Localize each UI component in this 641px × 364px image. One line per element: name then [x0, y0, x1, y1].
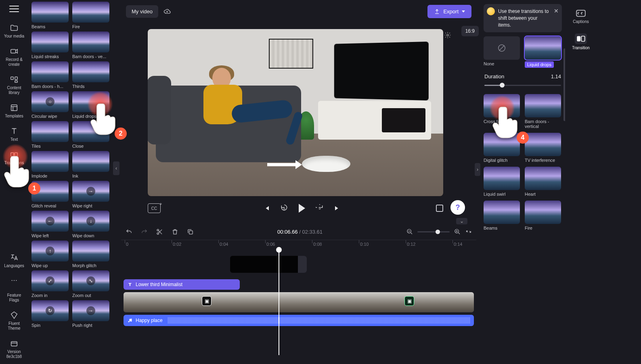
toggle-properties-panel[interactable]: ⌄	[456, 218, 467, 224]
captions-toggle[interactable]: CC	[148, 203, 161, 213]
play-button[interactable]	[298, 204, 306, 212]
library-item-zoom-in[interactable]: ⤢Zoom in	[31, 270, 69, 298]
right-rail: Captions Transition	[569, 0, 593, 364]
redo-icon[interactable]	[140, 228, 148, 235]
panel-transition-liquid-swirl[interactable]: Liquid swirl	[484, 167, 521, 197]
panel-transition-fire[interactable]: Fire	[525, 201, 562, 230]
video-preview[interactable]	[148, 29, 443, 196]
fullscreen-icon[interactable]	[436, 205, 443, 212]
transition-label: Liquid swirl	[484, 192, 521, 197]
transition-marker-2-selected[interactable]: ▣	[404, 296, 414, 306]
rail-templates[interactable]: Templates	[2, 100, 26, 123]
collapse-library-handle[interactable]: ‹	[113, 161, 119, 175]
library-item-fire[interactable]: Fire	[72, 2, 109, 29]
rail-record-create[interactable]: Record & create	[2, 44, 26, 72]
transition-selected-liquid-drops[interactable]: Liquid drops	[525, 36, 562, 68]
zoom-out-icon[interactable]	[406, 228, 413, 235]
duplicate-icon[interactable]	[186, 228, 194, 235]
library-item-label: Fire	[72, 24, 109, 29]
preview-settings-gear-icon[interactable]	[444, 31, 451, 39]
export-button[interactable]: Export	[427, 5, 471, 18]
zoom-fit-icon[interactable]	[465, 228, 472, 235]
skip-back-icon[interactable]	[262, 204, 270, 212]
rewind-5-icon[interactable]: 5	[280, 204, 288, 212]
timeline-ruler[interactable]: 00:020:040:060:080:100:120:14	[121, 240, 476, 250]
rail-captions[interactable]: Captions	[570, 6, 592, 28]
rail-transitions[interactable]: Transitions	[2, 147, 26, 170]
library-item-close[interactable]: Close	[72, 121, 109, 149]
panel-transition-tv-interference[interactable]: TV interference	[525, 133, 562, 163]
library-item-barn-doors-h-[interactable]: Barn doors - h...	[31, 61, 69, 89]
aspect-ratio-pill[interactable]: 16:9	[461, 26, 479, 36]
library-item-circular-wipe[interactable]: ○Circular wipe	[31, 91, 69, 119]
delete-icon[interactable]	[171, 228, 178, 235]
undo-icon[interactable]	[125, 228, 132, 235]
library-item-glitch-reveal[interactable]: Glitch reveal	[31, 181, 69, 208]
rail-content-library[interactable]: Content library	[2, 72, 26, 100]
ruler-tick: 0:10	[360, 242, 369, 247]
library-item-zoom-out[interactable]: ⤡Zoom out	[72, 270, 109, 298]
panel-transition-heart[interactable]: Heart	[525, 167, 562, 197]
library-item-morph-glitch[interactable]: Morph glitch	[72, 241, 109, 268]
rail-label: Feature Flags	[7, 293, 21, 302]
panel-transition-barn-doors-vertical[interactable]: Barn doors - vertical	[525, 94, 562, 129]
rail-text[interactable]: Text	[2, 123, 26, 147]
library-item-barn-doors-ve-[interactable]: Barn doors - ve...	[72, 31, 109, 59]
project-name-chip[interactable]: My video	[126, 5, 158, 18]
library-item-wipe-down[interactable]: ↓Wipe down	[72, 211, 109, 238]
rail-languages[interactable]: Languages	[2, 250, 26, 273]
panel-transition-beams[interactable]: Beams	[484, 201, 521, 230]
close-tip-icon[interactable]: ✕	[554, 7, 559, 15]
split-icon[interactable]	[156, 228, 163, 235]
library-item-beams[interactable]: Beams	[31, 2, 69, 29]
rail-version[interactable]: Version 8e3c1b8	[2, 336, 26, 364]
title-clip[interactable]: Lower third Minimalist	[124, 279, 240, 290]
svg-rect-17	[581, 36, 585, 42]
panel-transition-digital-glitch[interactable]: Digital glitch	[484, 133, 521, 163]
rail-label: Version 8e3c1b8	[6, 349, 22, 359]
library-item-thirds[interactable]: Thirds	[72, 61, 109, 89]
video-track[interactable]	[124, 292, 474, 312]
library-item-spin[interactable]: ↻Spin	[31, 300, 69, 328]
audio-track[interactable]: Happy place	[124, 315, 474, 326]
rail-more[interactable]: ⋯	[2, 273, 26, 290]
transition-label: TV interference	[525, 158, 562, 163]
library-item-implode[interactable]: Implode	[31, 151, 69, 178]
rail-your-media[interactable]: Your media	[2, 20, 26, 44]
skip-forward-icon[interactable]	[333, 204, 341, 212]
playhead[interactable]	[279, 250, 279, 355]
scrollbar[interactable]	[563, 48, 565, 121]
transition-none[interactable]: None	[484, 36, 521, 68]
library-item-label: Wipe right	[72, 203, 109, 208]
library-item-label: Close	[72, 144, 109, 149]
duration-slider[interactable]	[484, 82, 561, 88]
help-icon[interactable]: ?	[450, 200, 465, 215]
rail-fluent-theme[interactable]: Fluent Theme	[2, 308, 26, 336]
library-item-label: Implode	[31, 174, 69, 178]
library-item-wipe-up[interactable]: ↑Wipe up	[31, 241, 69, 268]
transition-marker-1[interactable]: ▣	[202, 296, 212, 306]
cloud-sync-icon[interactable]	[163, 8, 171, 15]
collapse-properties-handle[interactable]: ›	[475, 163, 480, 176]
forward-5-icon[interactable]: 5	[316, 204, 324, 212]
zoom-in-icon[interactable]	[454, 228, 461, 235]
library-item-tiles[interactable]: Tiles	[31, 121, 69, 149]
gap-clip[interactable]	[230, 256, 307, 273]
library-item-wipe-right[interactable]: →Wipe right	[72, 181, 109, 208]
library-item-liquid-drops[interactable]: Liquid drops	[72, 91, 109, 119]
rail-transition-properties[interactable]: Transition	[570, 31, 592, 54]
rail-feature-flags[interactable]: Feature Flags	[2, 290, 26, 308]
library-item-liquid-streaks[interactable]: Liquid streaks	[31, 31, 69, 59]
library-item-ink[interactable]: Ink	[72, 151, 109, 178]
menu-icon[interactable]	[9, 5, 19, 13]
library-item-label: Morph glitch	[72, 263, 109, 268]
panel-transition-cross-fade[interactable]: Cross fade	[484, 94, 521, 129]
library-item-push-right[interactable]: →Push right	[72, 300, 109, 328]
zoom-slider[interactable]	[417, 231, 450, 232]
library-item-wipe-left[interactable]: ←Wipe left	[31, 211, 69, 238]
timecode: 00:06.66 / 02:33.61	[277, 229, 323, 235]
transition-label: Barn doors - vertical	[525, 119, 562, 129]
tip-text: Use these transitions to shift between y…	[498, 8, 549, 28]
tip-card: Use these transitions to shift between y…	[484, 4, 562, 32]
track-area[interactable]: Lower third Minimalist ▣ ▣ Happy place	[121, 250, 476, 351]
